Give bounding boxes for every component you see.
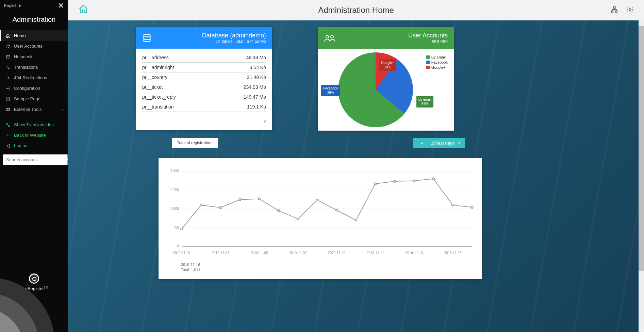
svg-text:0: 0 (177, 244, 179, 248)
nav-external-tools[interactable]: External Tools ‹ (0, 104, 68, 115)
settings-icon[interactable] (626, 6, 634, 15)
scroll-thumb[interactable] (639, 26, 644, 271)
svg-text:2019-11-15: 2019-11-15 (444, 251, 462, 255)
page-title: Administration Home (318, 5, 394, 15)
svg-point-43 (278, 210, 280, 212)
svg-point-45 (316, 199, 318, 201)
sidebar: English ▾ ✕ Administration Home User Acc… (0, 0, 68, 332)
svg-point-1 (9, 45, 10, 46)
back-icon (6, 133, 11, 138)
pie-chart: Google+10% Facebook26% By email64% (338, 52, 413, 127)
header-actions (611, 6, 634, 15)
translate-icon (6, 65, 11, 70)
chart-card: 07501,5002,2503,0002019-11-012019-11-032… (159, 158, 482, 279)
svg-point-15 (629, 9, 631, 11)
svg-rect-10 (9, 125, 10, 126)
svg-point-3 (7, 88, 9, 89)
sitemap-icon[interactable] (611, 6, 618, 15)
nav-sample-page[interactable]: Sample Page (0, 94, 68, 104)
nav-user-accounts[interactable]: User Accounts (0, 41, 68, 51)
svg-point-49 (394, 180, 396, 182)
user-accounts-count: 553 959 (408, 39, 448, 44)
svg-text:2019-11-05: 2019-11-05 (250, 251, 268, 255)
content: Database {admindemo} 14 tables, Total : … (68, 20, 644, 332)
sidebar-top: English ▾ ✕ (0, 0, 68, 12)
svg-rect-2 (6, 55, 10, 58)
page-icon (6, 97, 11, 101)
pie-label-facebook: Facebook26% (321, 85, 340, 96)
svg-rect-5 (6, 108, 8, 109)
nav-label: External Tools (14, 107, 42, 112)
language-select[interactable]: English ▾ (4, 3, 21, 8)
svg-point-53 (471, 206, 473, 209)
legend-item: By email (426, 55, 448, 59)
action-logout[interactable]: Log out (0, 140, 68, 151)
tab-registrations[interactable]: Total of registrations (172, 138, 218, 148)
svg-point-52 (452, 204, 454, 206)
home-icon[interactable] (78, 4, 88, 17)
search-input[interactable] (3, 154, 67, 165)
svg-point-42 (258, 198, 260, 200)
table-row: pr__address49.38 Mo (142, 53, 266, 63)
svg-text:2,250: 2,250 (170, 188, 179, 192)
nav-home[interactable]: Home (0, 30, 68, 41)
svg-text:2019-11-01: 2019-11-01 (173, 251, 191, 255)
chevron-left-icon: ‹ (62, 107, 63, 112)
close-icon[interactable]: ✕ (58, 1, 64, 10)
chevron-down-icon: ▾ (19, 3, 21, 8)
database-subtitle: 14 tables, Total : 674.52 Mo (202, 39, 266, 44)
action-back-website[interactable]: Back to Website (0, 130, 68, 140)
nav-404[interactable]: 404 Redirections (0, 72, 68, 83)
database-icon (142, 33, 152, 43)
database-card: Database {admindemo} 14 tables, Total : … (136, 27, 272, 130)
legend-item: Facebook (426, 60, 448, 64)
svg-point-48 (374, 183, 376, 185)
main: Administration Home Database {admindemo}… (68, 0, 644, 332)
nav-label: Sample Page (14, 96, 40, 101)
user-accounts-body: Google+10% Facebook26% By email64% By em… (318, 49, 454, 131)
nav-configuration[interactable]: Configuration (0, 83, 68, 94)
action-show-translates[interactable]: Show Translates Ids (0, 119, 68, 130)
nav-label: Configuration (14, 86, 40, 91)
table-row: pr__ticket234.03 Mo (142, 82, 266, 92)
svg-point-51 (432, 178, 434, 180)
header: Administration Home (68, 0, 644, 20)
chart-icon (419, 141, 425, 146)
action-label: Back to Website (14, 133, 46, 138)
svg-point-39 (200, 204, 202, 206)
svg-point-0 (7, 45, 8, 46)
svg-point-40 (219, 206, 221, 209)
nav-translations[interactable]: Translations (0, 62, 68, 72)
svg-point-47 (355, 219, 357, 221)
registrations-chart-area: Total of registrations 15 last days 0750… (159, 138, 482, 148)
svg-rect-14 (616, 11, 617, 13)
scrollbar[interactable] (639, 20, 644, 332)
svg-rect-8 (9, 110, 10, 111)
nav-label: Helpdesk (14, 54, 32, 59)
legend-item: Google+ (426, 65, 448, 69)
language-label: English (4, 3, 17, 8)
tools-icon (6, 107, 11, 112)
svg-point-44 (297, 218, 299, 220)
nav-label: 404 Redirections (14, 75, 47, 80)
nav-label: Translations (14, 65, 38, 70)
help-icon (6, 54, 11, 59)
svg-text:2019-11-11: 2019-11-11 (367, 251, 384, 255)
svg-point-41 (239, 199, 241, 201)
chevron-left-icon[interactable]: ‹ (264, 117, 266, 125)
svg-point-18 (331, 35, 333, 38)
database-card-header: Database {admindemo} 14 tables, Total : … (136, 27, 272, 49)
search-row (0, 151, 68, 168)
nav-label: Home (14, 33, 26, 38)
database-footer: ‹ (136, 115, 272, 130)
svg-text:2019-11-03: 2019-11-03 (212, 251, 229, 255)
svg-text:2019-11-09: 2019-11-09 (328, 251, 346, 255)
table-row: pr__translation119.1 Ko (142, 102, 266, 112)
svg-rect-12 (613, 7, 615, 9)
pie-label-google: Google+10% (379, 59, 396, 71)
period-select[interactable]: 15 last days (413, 138, 465, 148)
nav-helpdesk[interactable]: Helpdesk (0, 51, 68, 62)
database-title: Database {admindemo} (202, 32, 266, 39)
translate-icon (6, 122, 11, 127)
table-row: pr__adminright3.54 Ko (142, 63, 266, 72)
